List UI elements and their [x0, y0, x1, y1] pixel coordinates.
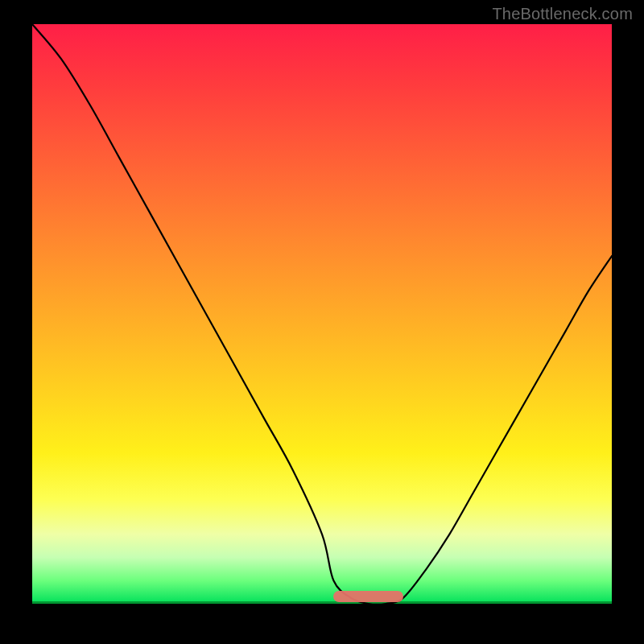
plot-area — [32, 24, 612, 604]
trough-marker — [333, 591, 402, 602]
chart-frame: TheBottleneck.com — [0, 0, 644, 644]
curve-svg — [32, 24, 612, 604]
watermark-text: TheBottleneck.com — [492, 5, 633, 23]
bottleneck-curve — [32, 24, 612, 604]
